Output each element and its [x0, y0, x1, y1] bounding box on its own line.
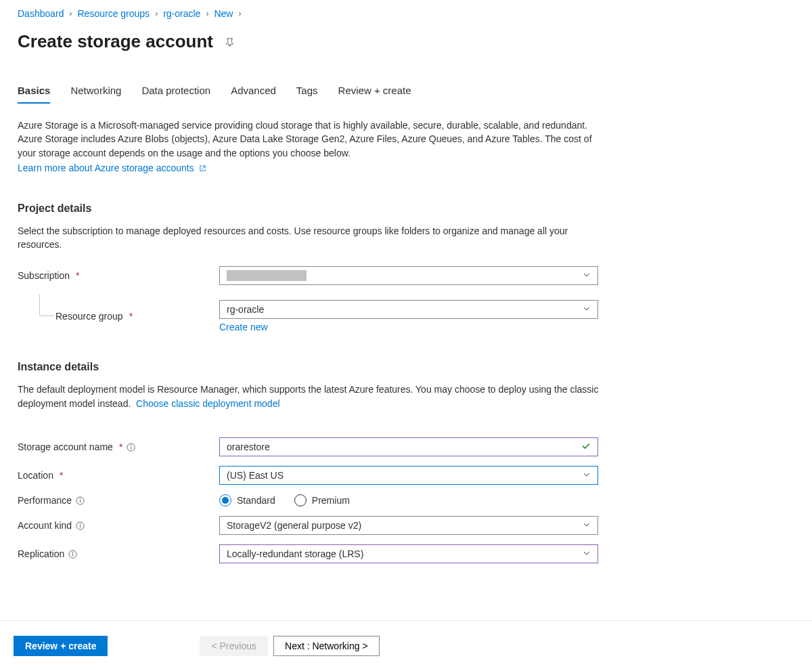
info-icon[interactable] [76, 496, 85, 505]
storage-account-name-input[interactable]: orarestore [219, 437, 598, 456]
svg-point-3 [80, 498, 81, 499]
instance-details-description: The default deployment model is Resource… [18, 383, 606, 410]
tab-tags[interactable]: Tags [296, 85, 318, 103]
chevron-right-icon: › [238, 9, 241, 18]
required-asterisk: * [60, 470, 63, 481]
performance-standard-label: Standard [237, 495, 275, 506]
replication-dropdown[interactable]: Locally-redundant storage (LRS) [219, 544, 598, 563]
instance-details-description-text: The default deployment model is Resource… [18, 384, 598, 408]
required-asterisk: * [119, 441, 122, 452]
pin-icon[interactable] [225, 37, 235, 47]
performance-label: Performance [18, 495, 72, 506]
chevron-right-icon: › [206, 9, 208, 18]
info-icon[interactable] [127, 443, 135, 452]
breadcrumb-item-new[interactable]: New [214, 8, 233, 19]
replication-value: Locally-redundant storage (LRS) [227, 548, 363, 559]
page-title: Create storage account [18, 31, 213, 52]
required-asterisk: * [129, 311, 133, 322]
tab-data-protection[interactable]: Data protection [141, 85, 210, 103]
resource-group-dropdown[interactable]: rg-oracle [219, 300, 598, 319]
breadcrumb-item-dashboard[interactable]: Dashboard [18, 8, 64, 19]
breadcrumb-item-rg-oracle[interactable]: rg-oracle [163, 8, 200, 19]
radio-circle-selected-icon [219, 494, 231, 506]
performance-radio-group: Standard Premium [219, 494, 598, 506]
svg-point-1 [131, 445, 131, 446]
checkmark-icon [581, 441, 591, 453]
location-label: Location [18, 470, 53, 481]
chevron-down-icon [583, 520, 591, 531]
storage-account-name-value: orarestore [227, 441, 270, 452]
performance-premium-label: Premium [312, 495, 350, 506]
location-value: (US) East US [227, 470, 284, 481]
create-new-link[interactable]: Create new [219, 322, 598, 332]
external-link-icon [199, 163, 206, 174]
tab-networking[interactable]: Networking [70, 85, 121, 103]
chevron-right-icon: › [155, 9, 158, 18]
next-button[interactable]: Next : Networking > [273, 636, 380, 656]
chevron-down-icon [583, 470, 591, 481]
chevron-down-icon [583, 304, 591, 315]
tab-basics[interactable]: Basics [18, 85, 50, 103]
chevron-right-icon: › [70, 9, 72, 18]
storage-account-name-label: Storage account name [18, 441, 113, 452]
account-kind-dropdown[interactable]: StorageV2 (general purpose v2) [219, 516, 598, 535]
performance-radio-premium[interactable]: Premium [294, 494, 350, 506]
breadcrumb: Dashboard › Resource groups › rg-oracle … [18, 8, 792, 19]
learn-more-link-text: Learn more about Azure storage accounts [18, 163, 194, 173]
intro-description: Azure Storage is a Microsoft-managed ser… [18, 118, 606, 160]
footer-bar: Review + create < Previous Next : Networ… [0, 620, 812, 671]
svg-point-5 [80, 523, 81, 524]
breadcrumb-item-resource-groups[interactable]: Resource groups [78, 8, 150, 19]
project-details-description: Select the subscription to manage deploy… [18, 224, 606, 252]
resource-group-label: Resource group [55, 311, 123, 322]
radio-circle-icon [294, 494, 307, 506]
tab-advanced[interactable]: Advanced [231, 85, 276, 103]
svg-point-7 [72, 552, 73, 553]
instance-details-heading: Instance details [18, 361, 792, 373]
info-icon[interactable] [68, 550, 77, 559]
chevron-down-icon [583, 270, 591, 281]
review-create-button[interactable]: Review + create [14, 636, 108, 656]
location-dropdown[interactable]: (US) East US [219, 466, 598, 485]
subscription-label: Subscription [18, 270, 70, 281]
resource-group-value: rg-oracle [227, 304, 264, 315]
account-kind-value: StorageV2 (general purpose v2) [227, 520, 361, 531]
classic-deployment-link[interactable]: Choose classic deployment model [136, 398, 279, 409]
account-kind-label: Account kind [18, 520, 72, 531]
tabs: Basics Networking Data protection Advanc… [18, 85, 792, 104]
replication-label: Replication [18, 548, 64, 559]
hierarchy-elbow-icon [39, 295, 54, 316]
learn-more-link[interactable]: Learn more about Azure storage accounts [18, 163, 206, 173]
tab-review-create[interactable]: Review + create [338, 85, 411, 103]
info-icon[interactable] [76, 521, 85, 530]
redacted-value [227, 270, 307, 281]
chevron-down-icon [583, 548, 591, 559]
subscription-dropdown[interactable] [219, 266, 598, 285]
required-asterisk: * [76, 270, 79, 281]
previous-button: < Previous [200, 636, 268, 656]
project-details-heading: Project details [18, 202, 792, 215]
performance-radio-standard[interactable]: Standard [219, 494, 275, 506]
